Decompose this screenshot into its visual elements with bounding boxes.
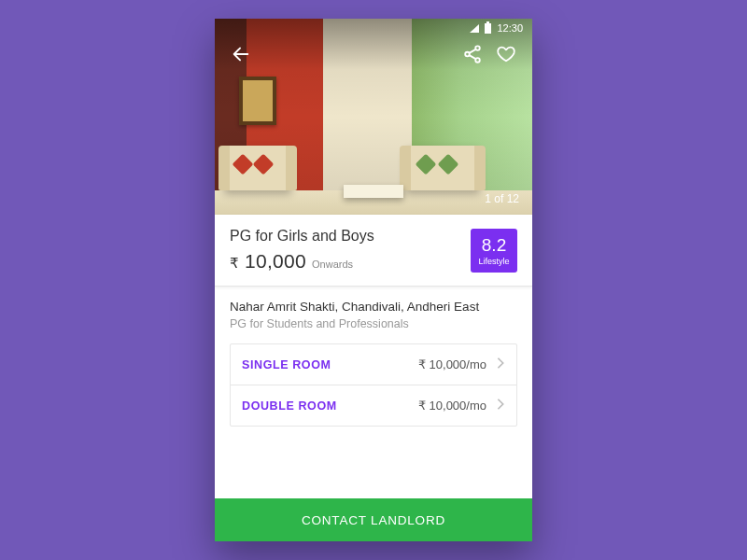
photo-counter: 1 of 12 [485,192,519,205]
heart-icon [496,44,516,64]
clock: 12:30 [497,22,523,34]
share-icon [462,44,483,64]
contact-landlord-button[interactable]: CONTACT LANDLORD [215,498,532,541]
room-type-list: SINGLE ROOM ₹ 10,000/mo DOUBLE ROOM ₹ 10… [230,343,517,427]
audience-line: PG for Students and Professionals [230,317,517,330]
hero-table [344,185,403,198]
rating-badge[interactable]: 8.2 Lifestyle [471,229,517,273]
price-suffix: Onwards [312,259,353,270]
app-bar [215,39,532,69]
favorite-button[interactable] [491,39,521,69]
hero-sofa [405,146,480,190]
hero-image[interactable]: 12:30 1 of 12 [215,19,532,215]
room-type-name: DOUBLE ROOM [242,399,337,413]
share-button[interactable] [458,39,487,69]
room-type-price: ₹ 10,000/mo [418,357,505,372]
battery-icon [485,23,491,34]
chevron-right-icon [496,357,505,372]
summary-card: PG for Girls and Boys ₹ 10,000 Onwards 8… [215,215,532,287]
back-arrow-icon [231,44,251,64]
address-line: Nahar Amrit Shakti, Chandivali, Andheri … [230,300,517,314]
property-detail-screen: 12:30 1 of 12 [215,19,532,541]
rating-score: 8.2 [482,235,506,256]
hero-wall-frame [239,77,276,125]
listing-title: PG for Girls and Boys [230,228,374,245]
price-row: ₹ 10,000 Onwards [230,250,374,273]
signal-icon [470,24,479,33]
currency-symbol: ₹ [230,255,239,272]
rating-tag: Lifestyle [478,257,509,266]
price-amount: 10,000 [245,250,306,273]
room-type-name: SINGLE ROOM [242,358,331,371]
status-bar: 12:30 [215,19,532,37]
room-type-row[interactable]: DOUBLE ROOM ₹ 10,000/mo [231,385,516,426]
back-button[interactable] [226,39,256,69]
room-type-price: ₹ 10,000/mo [418,398,505,413]
room-type-row[interactable]: SINGLE ROOM ₹ 10,000/mo [231,344,516,385]
chevron-right-icon [496,398,505,413]
details-section: Nahar Amrit Shakti, Chandivali, Andheri … [215,287,532,498]
hero-sofa [224,146,291,190]
